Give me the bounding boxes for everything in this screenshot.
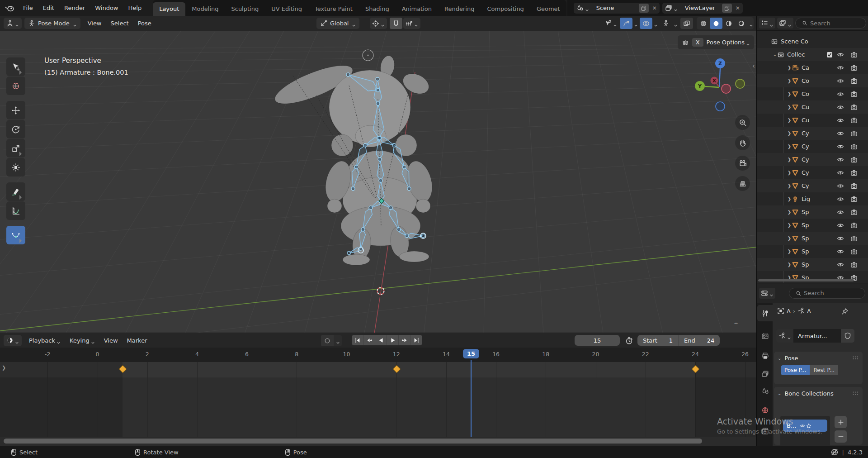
gizmos-toggle[interactable]	[620, 18, 638, 29]
outliner-row-camera-object[interactable]: ❯Ca	[757, 61, 868, 74]
fake-user-shield-toggle[interactable]	[841, 329, 854, 343]
armature-name-field[interactable]: Armatur...	[793, 329, 841, 343]
playhead-label[interactable]: 15	[463, 349, 479, 358]
snap-toggle[interactable]	[390, 18, 402, 29]
menu-file[interactable]: File	[18, 5, 38, 11]
outliner-scrollbar[interactable]	[758, 279, 854, 281]
workspace-tab-uv-editing[interactable]: UV Editing	[265, 2, 308, 16]
timeline-menu-playback[interactable]: Playback	[24, 337, 65, 344]
outliner-row-mesh[interactable]: ❯Sp	[757, 219, 868, 232]
prev-keyframe-button[interactable]	[363, 335, 375, 345]
workspace-tab-compositing[interactable]: Compositing	[481, 2, 530, 16]
next-keyframe-button[interactable]	[399, 335, 410, 345]
expand-chevron[interactable]: ❯	[787, 196, 792, 201]
snap-settings[interactable]	[403, 18, 420, 29]
tool-transform-button[interactable]	[6, 158, 25, 177]
bone-collection-item[interactable]: B...	[783, 420, 827, 432]
expand-chevron[interactable]: ❯	[787, 223, 792, 228]
expand-chevron[interactable]: ❯	[787, 262, 792, 267]
expand-chevron[interactable]: ⌄	[773, 52, 777, 57]
scene-name[interactable]: Scene	[592, 5, 632, 11]
outliner-row-scene-collection[interactable]: Scene Co	[757, 35, 868, 48]
start-frame-field[interactable]: Start1	[637, 335, 679, 346]
navigation-gizmo[interactable]: ZYX	[687, 45, 750, 122]
auto-key-toggle[interactable]	[321, 335, 334, 346]
timeline-menu-marker[interactable]: Marker	[123, 337, 152, 344]
tab-render-tab[interactable]	[757, 328, 773, 344]
zoom-button[interactable]	[735, 115, 750, 130]
remove-collection-button[interactable]	[835, 430, 847, 443]
orientation-selector[interactable]: Global	[316, 18, 359, 29]
viewport-3d[interactable]: User Perspective (15) Armature : Bone.00…	[0, 31, 756, 333]
outliner-row-collection[interactable]: ⌄Collec	[757, 48, 868, 61]
armature-browse-button[interactable]	[776, 329, 793, 343]
jump-start-button[interactable]	[352, 335, 363, 345]
scene-new-button[interactable]	[639, 4, 649, 13]
expand-chevron[interactable]: ❯	[787, 144, 792, 149]
workspace-tab-rendering[interactable]: Rendering	[438, 2, 481, 16]
editor-type-button[interactable]	[4, 18, 22, 29]
play-button[interactable]	[387, 335, 399, 345]
channel-region-chevron[interactable]: ❯	[2, 365, 6, 371]
expand-chevron[interactable]: ❯	[787, 118, 792, 123]
outliner-row-mesh[interactable]: ❯Cy	[757, 140, 868, 153]
outliner-row-mesh[interactable]: ❯Sp	[757, 205, 868, 219]
shading-rendered-button[interactable]	[735, 18, 748, 29]
workspace-tab-sculpting[interactable]: Sculpting	[225, 2, 265, 16]
tool-move-button[interactable]	[6, 101, 25, 119]
outliner-search-input[interactable]: Search	[795, 18, 866, 29]
expand-chevron[interactable]: ❯	[787, 131, 792, 136]
viewlayer-remove-button[interactable]: ✕	[733, 5, 743, 11]
tool-tweak-button[interactable]	[6, 57, 25, 76]
expand-chevron[interactable]: ❯	[787, 78, 792, 83]
timeline-ruler[interactable]: -20246810121416182022242615	[0, 348, 756, 362]
properties-search-input[interactable]: Search	[789, 288, 865, 299]
expand-chevron[interactable]: ❯	[787, 65, 792, 70]
pan-button[interactable]	[735, 135, 750, 150]
expand-chevron[interactable]: ❯	[787, 91, 792, 96]
workspace-tab-texture-paint[interactable]: Texture Paint	[308, 2, 359, 16]
play-reverse-button[interactable]	[375, 335, 387, 345]
timeline-tracks[interactable]	[0, 362, 756, 437]
workspace-tab-modeling[interactable]: Modeling	[185, 2, 225, 16]
expand-chevron[interactable]: ❯	[787, 170, 792, 175]
outliner-display-mode[interactable]	[759, 18, 775, 29]
tab-world-tab[interactable]	[757, 402, 773, 418]
workspace-tab-shading[interactable]: Shading	[359, 2, 396, 16]
workspace-tab-geomet[interactable]: Geomet	[530, 2, 566, 16]
pose-position-button[interactable]: Pose P...	[781, 365, 810, 375]
pose-panel-header[interactable]: ⌄Pose	[774, 352, 863, 364]
expand-chevron[interactable]: ❯	[787, 183, 792, 188]
tab-view-layer-tab[interactable]	[757, 366, 773, 382]
auto-key-options[interactable]	[334, 335, 342, 346]
workspace-tab-animation[interactable]: Animation	[396, 2, 438, 16]
outliner-row-mesh[interactable]: ❯Cy	[757, 127, 868, 140]
viewport-menu-select[interactable]: Select	[106, 20, 133, 27]
camera-view-button[interactable]	[735, 156, 750, 171]
scene-unlink-button[interactable]: ✕	[650, 5, 660, 11]
expand-chevron[interactable]: ❯	[787, 236, 792, 241]
ortho-toggle-button[interactable]	[735, 176, 750, 191]
tab-data-tab[interactable]	[757, 423, 773, 439]
outliner-row-mesh[interactable]: ❯Sp	[757, 245, 868, 258]
pin-icon[interactable]	[632, 3, 638, 14]
viewport-menu-pose[interactable]: Pose	[133, 20, 156, 27]
viewlayer-name[interactable]: ViewLayer	[680, 5, 721, 11]
menu-edit[interactable]: Edit	[38, 5, 59, 11]
breadcrumb-data[interactable]: A	[807, 308, 811, 315]
xray-toggle[interactable]	[680, 18, 693, 29]
blender-logo-icon[interactable]	[5, 4, 14, 12]
rest-position-button[interactable]: Rest P...	[810, 365, 838, 375]
tool-breakdowner-button[interactable]	[6, 226, 25, 244]
menu-help[interactable]: Help	[123, 5, 147, 11]
outliner-row-mesh[interactable]: ❯Cy	[757, 179, 868, 192]
scene-browse-button[interactable]	[574, 3, 592, 14]
menu-render[interactable]: Render	[59, 5, 90, 11]
tool-measure-button[interactable]	[6, 201, 25, 220]
viewport-menu-view[interactable]: View	[83, 20, 106, 27]
expand-chevron[interactable]: ❯	[787, 157, 792, 162]
pivot-selector[interactable]	[370, 18, 387, 29]
add-collection-button[interactable]	[835, 416, 847, 428]
outliner-row-mesh[interactable]: ❯Cy	[757, 153, 868, 166]
outliner-row-mesh[interactable]: ❯Cu	[757, 114, 868, 127]
